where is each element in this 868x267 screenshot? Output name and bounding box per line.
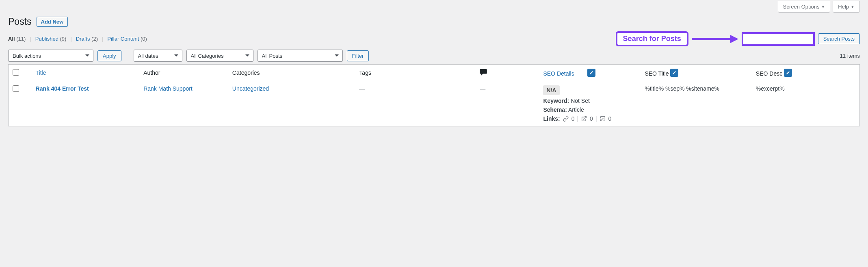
search-input[interactable]: [742, 32, 815, 46]
column-categories: Categories: [228, 65, 355, 81]
annotation-label: Search for Posts: [616, 31, 688, 46]
filter-button[interactable]: Filter: [347, 50, 369, 61]
view-all-count: (11): [16, 36, 26, 42]
seo-links-label: Links:: [543, 115, 560, 122]
column-author: Author: [139, 65, 228, 81]
search-posts-button[interactable]: Search Posts: [818, 33, 860, 44]
posts-table: Title Author Categories Tags SEO Details…: [8, 64, 860, 126]
link-icon: [563, 115, 569, 122]
comments-icon: [480, 69, 487, 76]
post-comments: —: [476, 81, 539, 126]
screen-options-button[interactable]: Screen Options ▼: [778, 1, 831, 13]
post-tags: —: [355, 81, 476, 126]
view-pillar[interactable]: Pillar Content (0): [107, 36, 147, 42]
seo-schema-value: Article: [568, 106, 584, 113]
view-all-label: All: [8, 36, 15, 42]
column-seo-title: SEO Title: [641, 65, 751, 81]
links-internal-count: 0: [571, 115, 575, 122]
seo-score-badge: N/A: [543, 85, 559, 95]
help-label: Help: [838, 4, 849, 10]
column-seo-desc-label: SEO Desc: [756, 70, 782, 77]
view-drafts-count: (2): [91, 36, 98, 42]
column-seo-details[interactable]: SEO Details: [539, 65, 641, 81]
external-link-icon: [581, 115, 587, 122]
post-category-link[interactable]: Uncategorized: [232, 85, 269, 92]
view-published-count: (9): [60, 36, 67, 42]
table-row: Rank 404 Error Test Rank Math Support Un…: [9, 81, 860, 126]
post-author-link[interactable]: Rank Math Support: [143, 85, 193, 92]
view-drafts-label: Drafts: [76, 36, 90, 42]
view-published[interactable]: Published (9): [35, 36, 67, 42]
separator: |: [30, 36, 31, 42]
seo-details: N/A Keyword: Not Set Schema: Article Lin…: [543, 85, 636, 122]
screen-options-label: Screen Options: [783, 4, 820, 10]
links-incoming-count: 0: [608, 115, 612, 122]
column-seo-title-label: SEO Title: [645, 70, 669, 77]
add-new-button[interactable]: Add New: [37, 17, 68, 27]
view-all[interactable]: All (11): [8, 36, 26, 42]
separator: |: [70, 36, 71, 42]
column-tags: Tags: [355, 65, 476, 81]
bulk-actions-select[interactable]: Bulk actions: [8, 50, 93, 62]
help-button[interactable]: Help ▼: [833, 1, 860, 13]
view-drafts[interactable]: Drafts (2): [76, 36, 98, 42]
view-pillar-count: (0): [141, 36, 147, 42]
separator: |: [102, 36, 103, 42]
items-count: 11 items: [840, 53, 860, 59]
column-comments[interactable]: [476, 65, 539, 81]
seo-title-value: %title% %sep% %sitename%: [641, 81, 751, 126]
svg-marker-1: [730, 35, 738, 43]
chevron-down-icon: ▼: [851, 4, 855, 9]
pencil-icon[interactable]: [587, 69, 595, 77]
column-seo-details-label: SEO Details: [543, 70, 574, 77]
date-filter-select[interactable]: All dates: [134, 50, 182, 62]
seo-desc-value: %excerpt%: [752, 81, 860, 126]
incoming-link-icon: [600, 115, 606, 122]
page-title: Posts: [8, 16, 32, 27]
view-published-label: Published: [35, 36, 58, 42]
links-external-count: 0: [590, 115, 593, 122]
pencil-icon[interactable]: [784, 69, 792, 77]
column-title[interactable]: Title: [32, 65, 140, 81]
apply-button[interactable]: Apply: [97, 50, 121, 61]
chevron-down-icon: ▼: [821, 4, 825, 9]
annotation-arrow-icon: [692, 33, 738, 45]
column-seo-desc: SEO Desc: [752, 65, 860, 81]
pencil-icon[interactable]: [670, 69, 678, 77]
posts-filter-select[interactable]: All Posts: [258, 50, 343, 62]
seo-keyword-label: Keyword:: [543, 98, 569, 104]
view-pillar-label: Pillar Content: [107, 36, 139, 42]
post-title-link[interactable]: Rank 404 Error Test: [36, 85, 89, 92]
view-filters: All (11) | Published (9) | Drafts (2) | …: [8, 36, 147, 42]
category-filter-select[interactable]: All Categories: [186, 50, 253, 62]
select-all-checkbox[interactable]: [13, 69, 19, 76]
row-checkbox[interactable]: [13, 85, 19, 92]
seo-schema-label: Schema:: [543, 106, 567, 113]
seo-keyword-value: Not Set: [571, 98, 590, 104]
